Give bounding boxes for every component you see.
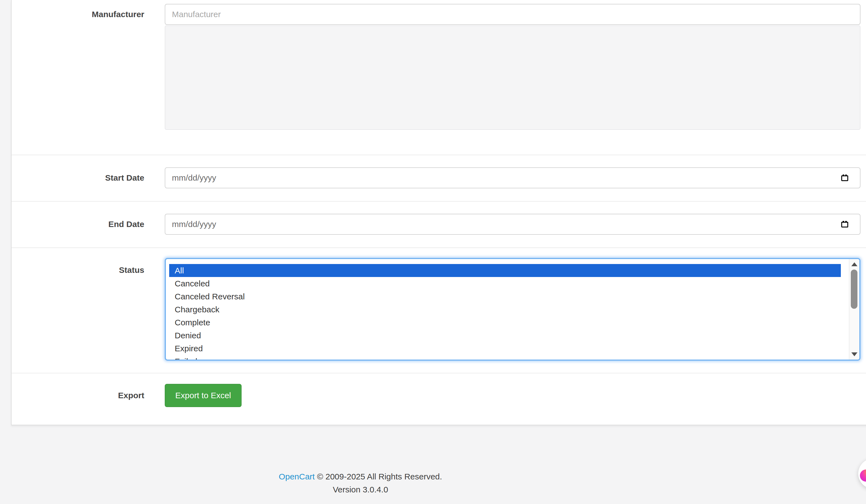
status-option-all[interactable]: All (169, 264, 841, 277)
status-label: Status (12, 258, 144, 282)
status-option-failed[interactable]: Failed (169, 355, 841, 361)
end-date-label: End Date (12, 214, 144, 235)
calendar-icon[interactable] (841, 220, 849, 228)
footer-version-line: Version 3.0.4.0 (12, 483, 709, 496)
start-date-row: Start Date mm/dd/yyyy (12, 154, 866, 201)
end-date-placeholder: mm/dd/yyyy (172, 219, 216, 229)
status-listbox[interactable]: AllCanceledCanceled ReversalChargebackCo… (165, 258, 861, 361)
footer: OpenCart © 2009-2025 All Rights Reserved… (12, 470, 709, 496)
scrollbar-down-arrow-icon[interactable] (851, 352, 857, 356)
status-option-canceled[interactable]: Canceled (169, 277, 841, 290)
export-form-panel: Manufacturer Start Date mm/dd/yyyy End D… (11, 0, 866, 425)
export-row: Export Export to Excel (12, 373, 866, 425)
widget-logo-icon (860, 469, 866, 482)
status-option-complete[interactable]: Complete (169, 316, 841, 329)
start-date-input[interactable]: mm/dd/yyyy (165, 167, 861, 188)
status-row: Status AllCanceledCanceled ReversalCharg… (12, 248, 866, 373)
status-options-list: AllCanceledCanceled ReversalChargebackCo… (169, 264, 841, 361)
footer-copyright-line: OpenCart © 2009-2025 All Rights Reserved… (12, 470, 709, 483)
manufacturer-input[interactable] (165, 4, 861, 25)
status-option-expired[interactable]: Expired (169, 342, 841, 355)
opencart-link[interactable]: OpenCart (279, 472, 315, 481)
scrollbar-up-arrow-icon[interactable] (851, 262, 857, 266)
status-option-chargeback[interactable]: Chargeback (169, 303, 841, 316)
floating-widget-button[interactable] (858, 458, 866, 489)
start-date-placeholder: mm/dd/yyyy (172, 173, 216, 183)
manufacturer-row: Manufacturer (12, 0, 866, 154)
export-label: Export (12, 384, 144, 407)
manufacturer-results-box (165, 25, 861, 130)
export-to-excel-button[interactable]: Export to Excel (165, 384, 242, 407)
copyright-text: © 2009-2025 All Rights Reserved. (317, 472, 442, 481)
manufacturer-label: Manufacturer (12, 4, 144, 25)
end-date-input[interactable]: mm/dd/yyyy (165, 214, 861, 235)
end-date-row: End Date mm/dd/yyyy (12, 201, 866, 248)
status-option-denied[interactable]: Denied (169, 329, 841, 342)
status-option-canceled-reversal[interactable]: Canceled Reversal (169, 290, 841, 303)
calendar-icon[interactable] (841, 174, 849, 182)
listbox-scrollbar[interactable] (849, 259, 859, 359)
scrollbar-thumb[interactable] (851, 270, 857, 309)
start-date-label: Start Date (12, 167, 144, 188)
